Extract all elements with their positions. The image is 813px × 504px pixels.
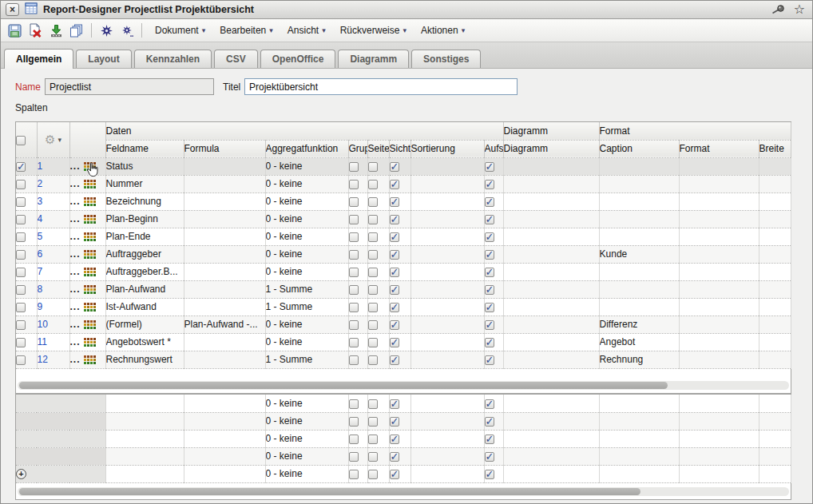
sicht-checkbox[interactable] <box>390 285 399 295</box>
cell-diagramm[interactable] <box>503 157 599 175</box>
seite-checkbox[interactable] <box>368 232 378 242</box>
tab-allgemein[interactable]: Allgemein <box>4 49 73 69</box>
cell-breite[interactable] <box>759 263 791 280</box>
aufs-checkbox[interactable] <box>485 162 494 172</box>
cell-caption[interactable] <box>599 447 679 465</box>
cell-diagramm[interactable] <box>503 351 599 368</box>
seite-checkbox[interactable] <box>368 435 378 444</box>
delete-document-icon[interactable] <box>26 22 44 39</box>
cell-diagramm[interactable] <box>503 395 599 412</box>
cell-breite[interactable] <box>759 412 791 430</box>
cell-caption[interactable] <box>599 412 679 430</box>
sicht-checkbox[interactable] <box>390 197 399 207</box>
row-number[interactable]: 4 <box>37 210 69 228</box>
row-select-checkbox[interactable] <box>16 268 26 277</box>
row-number[interactable]: 5 <box>37 228 69 245</box>
burst-icon[interactable] <box>97 22 115 39</box>
cell-sortierung[interactable] <box>410 298 484 315</box>
cell-format[interactable] <box>679 315 759 333</box>
seite-checkbox[interactable] <box>368 452 378 462</box>
more-button[interactable]: ... <box>70 248 81 260</box>
cell-breite[interactable] <box>759 298 791 315</box>
cell-formula[interactable] <box>184 298 265 315</box>
cell-diagramm[interactable] <box>503 245 599 263</box>
row-number[interactable]: 11 <box>37 333 69 351</box>
seite-checkbox[interactable] <box>368 250 378 260</box>
cell-aggregatfunktion[interactable]: 0 - keine <box>265 228 348 245</box>
cell-sortierung[interactable] <box>410 430 484 447</box>
sicht-checkbox[interactable] <box>390 470 399 479</box>
row-select-checkbox[interactable] <box>16 180 26 189</box>
seite-checkbox[interactable] <box>368 320 378 330</box>
cell-diagramm[interactable] <box>503 298 599 315</box>
cell-caption[interactable]: Rechnung <box>599 351 679 368</box>
cell-aggregatfunktion[interactable]: 0 - keine <box>265 192 348 210</box>
cell-sortierung[interactable] <box>410 210 484 228</box>
horizontal-scrollbar-track[interactable] <box>18 487 789 496</box>
cell-caption[interactable] <box>599 298 679 315</box>
cell-formula[interactable] <box>184 430 265 447</box>
cell-formula[interactable] <box>184 192 265 210</box>
field-colors-grid-icon[interactable] <box>84 215 96 224</box>
cell-aggregatfunktion[interactable]: 0 - keine <box>265 157 348 175</box>
sicht-checkbox[interactable] <box>390 452 399 462</box>
cell-caption[interactable]: Kunde <box>599 245 679 263</box>
cell-feldname[interactable] <box>105 447 184 465</box>
cell-formula[interactable] <box>184 263 265 280</box>
cell-caption[interactable] <box>599 210 679 228</box>
burst-small-icon[interactable] <box>118 22 136 39</box>
copy-icon[interactable] <box>68 22 85 39</box>
aufs-checkbox[interactable] <box>485 338 494 347</box>
cell-diagramm[interactable] <box>503 280 599 298</box>
sicht-checkbox[interactable] <box>390 399 399 409</box>
seite-checkbox[interactable] <box>368 303 378 312</box>
row-select-checkbox[interactable] <box>16 197 26 207</box>
aufs-checkbox[interactable] <box>485 232 494 242</box>
cell-aggregatfunktion[interactable]: 0 - keine <box>265 333 348 351</box>
pin-icon[interactable] <box>770 2 786 17</box>
row-select-checkbox[interactable] <box>16 250 26 260</box>
cell-caption[interactable] <box>599 280 679 298</box>
row-select-checkbox[interactable] <box>16 162 26 172</box>
row-select-checkbox[interactable] <box>16 355 26 365</box>
more-button[interactable]: ... <box>70 336 81 347</box>
close-button[interactable]: × <box>6 3 19 16</box>
sicht-checkbox[interactable] <box>390 355 399 365</box>
grup-checkbox[interactable] <box>349 417 359 427</box>
cell-format[interactable] <box>679 192 759 210</box>
cell-sortierung[interactable] <box>410 175 484 192</box>
aufs-checkbox[interactable] <box>485 355 494 365</box>
more-button[interactable]: ... <box>70 231 81 242</box>
sicht-checkbox[interactable] <box>390 303 399 312</box>
cell-breite[interactable] <box>759 192 791 210</box>
cell-aggregatfunktion[interactable]: 0 - keine <box>265 315 348 333</box>
cell-format[interactable] <box>679 157 759 175</box>
row-select-checkbox[interactable] <box>16 338 26 347</box>
cell-formula[interactable]: Plan-Aufwand -... <box>184 315 265 333</box>
cell-formula[interactable] <box>184 412 265 430</box>
cell-caption[interactable] <box>599 263 679 280</box>
cell-formula[interactable] <box>184 447 265 465</box>
more-button[interactable]: ... <box>70 319 81 330</box>
grup-checkbox[interactable] <box>349 197 359 207</box>
cell-feldname[interactable]: Auftraggeber <box>105 245 184 263</box>
cell-sortierung[interactable] <box>410 333 484 351</box>
cell-sortierung[interactable] <box>410 280 484 298</box>
cell-format[interactable] <box>679 412 759 430</box>
cell-sortierung[interactable] <box>410 228 484 245</box>
more-button[interactable]: ... <box>70 161 81 172</box>
cell-format[interactable] <box>679 351 759 368</box>
grup-checkbox[interactable] <box>349 250 359 260</box>
grup-checkbox[interactable] <box>349 355 359 365</box>
cell-breite[interactable] <box>759 210 791 228</box>
sicht-checkbox[interactable] <box>390 435 399 444</box>
cell-format[interactable] <box>679 245 759 263</box>
aufs-checkbox[interactable] <box>485 285 494 295</box>
grup-checkbox[interactable] <box>349 452 359 462</box>
seite-checkbox[interactable] <box>368 162 378 172</box>
row-select-checkbox[interactable] <box>16 232 26 242</box>
cell-diagramm[interactable] <box>503 447 599 465</box>
cell-sortierung[interactable] <box>410 245 484 263</box>
row-select-checkbox[interactable] <box>16 215 26 224</box>
cell-aggregatfunktion[interactable]: 1 - Summe <box>265 351 348 368</box>
